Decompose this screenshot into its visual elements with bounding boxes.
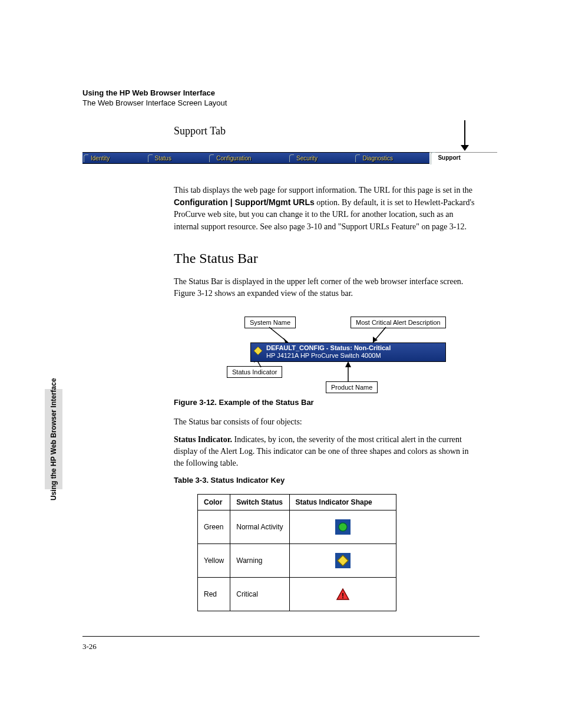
callout-status-indicator: Status Indicator <box>227 366 282 378</box>
table-caption: Table 3-3. Status Indicator Key <box>174 476 480 485</box>
svg-line-2 <box>269 327 288 342</box>
running-header: Using the HP Web Browser Interface The W… <box>82 88 480 108</box>
svg-marker-5 <box>373 337 378 342</box>
support-tab-heading: Support Tab <box>174 125 480 137</box>
callout-product-name: Product Name <box>326 381 378 393</box>
col-shape: Status Indicator Shape <box>289 494 396 510</box>
svg-marker-10 <box>254 347 262 355</box>
svg-text:!: ! <box>342 592 344 600</box>
callout-system-name: System Name <box>244 317 296 328</box>
svg-marker-9 <box>345 361 351 367</box>
cell-color: Red <box>198 577 230 611</box>
status-indicator-para: Status Indicator. Indicates, by icon, th… <box>174 434 480 470</box>
col-switch-status: Switch Status <box>230 494 289 510</box>
tab-bar-figure: Identity Status Configuration Security D… <box>82 152 497 165</box>
cell-shape <box>289 543 396 577</box>
side-thumb-tab: Using the HP Web Browser Interface <box>45 389 62 489</box>
tab-configuration[interactable]: Configuration <box>208 155 288 162</box>
cell-color: Green <box>198 510 230 543</box>
callout-alert-description: Most Critical Alert Description <box>351 317 446 328</box>
status-line-2: HP J4121A HP ProCurve Switch 4000M <box>266 352 443 360</box>
svg-marker-1 <box>461 145 469 151</box>
arrow-down-icon <box>461 120 469 151</box>
text: This tab displays the web page for suppo… <box>174 186 472 195</box>
page: Using the HP Web Browser Interface The W… <box>0 0 562 728</box>
content-column-2: This tab displays the web page for suppo… <box>174 185 480 611</box>
tab-status[interactable]: Status <box>147 155 209 162</box>
table-row: Green Normal Activity <box>198 510 396 543</box>
svg-point-11 <box>339 523 347 531</box>
page-number: 3-26 <box>82 642 97 651</box>
bold-option-path: Configuration | Support/Mgmt URLs <box>174 197 315 207</box>
status-bar-heading: The Status Bar <box>174 251 480 266</box>
cell-shape <box>289 510 396 543</box>
cell-status: Warning <box>230 543 289 577</box>
cell-shape: ! <box>289 577 396 611</box>
side-tab-label: Using the HP Web Browser Interface <box>49 378 58 500</box>
svg-marker-12 <box>338 555 348 566</box>
table-row: Red Critical ! <box>198 577 396 611</box>
cell-status: Normal Activity <box>230 510 289 543</box>
figure-3-12: System Name Most Critical Alert Descript… <box>174 317 480 393</box>
red-triangle-icon: ! <box>335 587 351 602</box>
header-subtitle: The Web Browser Interface Screen Layout <box>82 98 480 108</box>
status-bar-strip: DEFAULT_CONFIG - Status: Non-Critical HP… <box>250 342 446 363</box>
four-objects-para: The Status bar consists of four objects: <box>174 416 480 428</box>
tab-support[interactable]: Support <box>429 152 497 164</box>
yellow-diamond-icon <box>335 553 351 568</box>
tab-identity[interactable]: Identity <box>82 155 147 162</box>
tab-bar: Identity Status Configuration Security D… <box>82 152 497 164</box>
tab-security[interactable]: Security <box>288 155 354 162</box>
footer-rule <box>82 636 480 637</box>
green-circle-icon <box>335 519 351 535</box>
status-indicator-key-table: Color Switch Status Status Indicator Sha… <box>197 494 396 611</box>
header-title: Using the HP Web Browser Interface <box>82 88 480 98</box>
figure-caption: Figure 3-12. Example of the Status Bar <box>174 398 480 407</box>
support-tab-paragraph: This tab displays the web page for suppo… <box>174 185 480 233</box>
content-column: Support Tab <box>174 125 480 137</box>
col-color: Color <box>198 494 230 510</box>
cell-color: Yellow <box>198 543 230 577</box>
status-line-1: DEFAULT_CONFIG - Status: Non-Critical <box>266 344 443 353</box>
cell-status: Critical <box>230 577 289 611</box>
table-row: Yellow Warning <box>198 543 396 577</box>
tab-diagnostics[interactable]: Diagnostics <box>354 155 429 162</box>
status-indicator-label: Status Indicator. <box>174 435 232 444</box>
status-indicator-icon <box>253 346 263 358</box>
status-bar-paragraph: The Status Bar is displayed in the upper… <box>174 276 480 300</box>
table-header-row: Color Switch Status Status Indicator Sha… <box>198 494 396 510</box>
svg-line-4 <box>373 327 386 342</box>
